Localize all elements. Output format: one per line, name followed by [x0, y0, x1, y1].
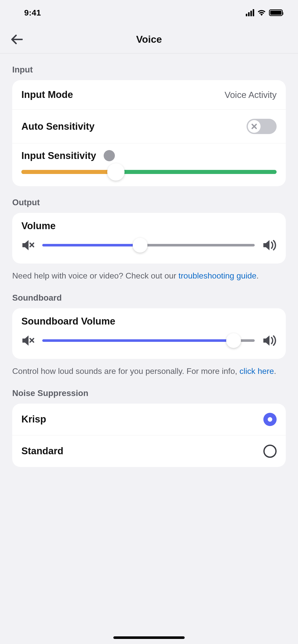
- helper-suffix: .: [274, 367, 276, 376]
- soundboard-volume-label: Soundboard Volume: [21, 316, 277, 327]
- speaker-mute-icon: [21, 334, 35, 347]
- volume-fill: [42, 244, 140, 246]
- radio-selected[interactable]: [263, 413, 277, 426]
- section-heading-soundboard: Soundboard: [0, 282, 298, 308]
- noise-option-label: Standard: [21, 446, 63, 457]
- helper-text: Control how loud sounds are for you pers…: [12, 367, 239, 376]
- x-icon: [251, 123, 258, 130]
- section-heading-output: Output: [0, 186, 298, 213]
- helper-suffix: .: [256, 271, 259, 280]
- speaker-loud-icon: [262, 239, 277, 251]
- back-button[interactable]: [9, 32, 24, 47]
- cellular-signal-icon: [246, 9, 254, 16]
- output-helper-text: Need help with voice or video? Check out…: [0, 264, 298, 282]
- wifi-icon: [257, 9, 266, 16]
- sensitivity-level-indicator: [104, 150, 115, 161]
- speaker-loud-icon: [262, 334, 277, 347]
- volume-block: Volume: [12, 213, 286, 264]
- auto-sensitivity-toggle[interactable]: [247, 119, 277, 134]
- input-sensitivity-row: Input Sensitivity: [12, 143, 286, 186]
- nav-header: Voice: [0, 25, 298, 53]
- input-mode-value: Voice Activity: [225, 90, 277, 100]
- page-title: Voice: [136, 34, 162, 45]
- helper-text: Need help with voice or video? Check out…: [12, 271, 179, 280]
- auto-sensitivity-label: Auto Sensitivity: [21, 121, 94, 132]
- input-sensitivity-slider[interactable]: [21, 170, 277, 174]
- soundboard-helper-text: Control how loud sounds are for you pers…: [0, 359, 298, 377]
- volume-label: Volume: [21, 221, 277, 231]
- section-heading-noise: Noise Suppression: [0, 377, 298, 404]
- input-mode-row[interactable]: Input Mode Voice Activity: [12, 80, 286, 109]
- noise-option-label: Krisp: [21, 414, 46, 425]
- toggle-knob: [248, 120, 261, 133]
- output-card: Volume: [12, 213, 286, 264]
- arrow-left-icon: [11, 34, 23, 45]
- input-card: Input Mode Voice Activity Auto Sensitivi…: [12, 80, 286, 186]
- auto-sensitivity-row: Auto Sensitivity: [12, 109, 286, 143]
- noise-option-krisp[interactable]: Krisp: [12, 404, 286, 435]
- sensitivity-fill: [21, 170, 116, 174]
- home-indicator: [113, 636, 185, 639]
- soundboard-volume-slider[interactable]: [42, 339, 255, 342]
- troubleshooting-link[interactable]: troubleshooting guide: [179, 271, 256, 280]
- soundboard-info-link[interactable]: click here: [239, 367, 274, 376]
- soundboard-volume-block: Soundboard Volume: [12, 308, 286, 359]
- speaker-mute-icon: [21, 239, 35, 251]
- noise-option-standard[interactable]: Standard: [12, 435, 286, 467]
- volume-thumb[interactable]: [133, 238, 147, 253]
- soundboard-card: Soundboard Volume: [12, 308, 286, 359]
- radio-unselected[interactable]: [263, 445, 277, 458]
- soundboard-volume-fill: [42, 339, 234, 342]
- battery-icon: [269, 9, 283, 16]
- status-indicators: [246, 9, 283, 16]
- sensitivity-thumb[interactable]: [107, 163, 125, 181]
- status-time: 9:41: [24, 8, 41, 18]
- section-heading-input: Input: [0, 53, 298, 80]
- input-mode-label: Input Mode: [21, 89, 73, 100]
- input-sensitivity-label: Input Sensitivity: [21, 150, 96, 161]
- noise-card: Krisp Standard: [12, 404, 286, 467]
- status-bar: 9:41: [0, 0, 298, 25]
- volume-slider[interactable]: [42, 244, 255, 246]
- soundboard-volume-thumb[interactable]: [226, 333, 241, 348]
